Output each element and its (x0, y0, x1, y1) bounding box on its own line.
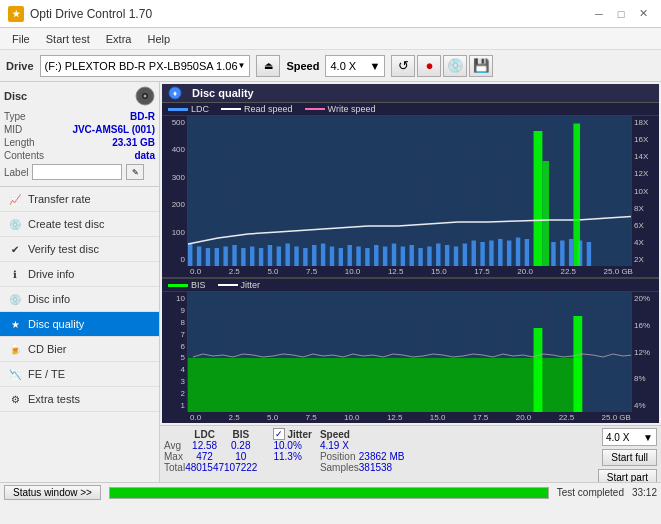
upper-yr-12x: 12X (634, 169, 657, 178)
nav-disc-quality-label: Disc quality (28, 318, 84, 330)
length-label: Length (4, 137, 35, 148)
eject-button[interactable]: ⏏ (256, 55, 280, 77)
nav-disc-info[interactable]: 💿 Disc info (0, 287, 159, 312)
nav-transfer-rate[interactable]: 📈 Transfer rate (0, 187, 159, 212)
disc-icon (135, 86, 155, 106)
contents-value: data (134, 150, 155, 161)
close-button[interactable]: ✕ (633, 6, 653, 22)
samples-label: Samples (312, 462, 359, 473)
nav-fe-te[interactable]: 📉 FE / TE (0, 362, 159, 387)
disc-action-button[interactable]: 💿 (443, 55, 467, 77)
upper-yr-8x: 8X (634, 204, 657, 213)
chart-header-icon: ♦ (168, 86, 182, 100)
nav-drive-info[interactable]: ℹ Drive info (0, 262, 159, 287)
svg-rect-38 (339, 248, 343, 266)
legend-write-speed: Write speed (305, 104, 376, 114)
stats-speed-dropdown[interactable]: 4.0 X ▼ (602, 428, 657, 446)
total-bis: 107222 (224, 462, 257, 473)
x-12.5: 12.5 (388, 267, 404, 276)
nav-cd-bier[interactable]: 🍺 CD Bier (0, 337, 159, 362)
save-button[interactable]: 💾 (469, 55, 493, 77)
upper-y-500: 500 (164, 118, 185, 127)
ldc-color (168, 108, 188, 111)
refresh-button[interactable]: ↺ (391, 55, 415, 77)
label-input[interactable] (32, 164, 122, 180)
nav-cd-bier-label: CD Bier (28, 343, 67, 355)
write-speed-color (305, 108, 325, 110)
x-25: 25.0 GB (604, 267, 633, 276)
upper-yr-2x: 2X (634, 255, 657, 264)
nav-disc-quality[interactable]: ★ Disc quality (0, 312, 159, 337)
mid-label: MID (4, 124, 22, 135)
svg-rect-33 (294, 247, 298, 267)
disc-section-title: Disc (4, 90, 27, 102)
contents-label: Contents (4, 150, 44, 161)
write-speed-label: Write speed (328, 104, 376, 114)
label-label: Label (4, 167, 28, 178)
drive-dropdown[interactable]: (F:) PLEXTOR BD-R PX-LB950SA 1.06 ▼ (40, 55, 251, 77)
x-7.5: 7.5 (306, 267, 317, 276)
svg-rect-51 (454, 247, 458, 267)
menu-extra[interactable]: Extra (98, 31, 140, 47)
jitter-checkbox[interactable]: ✓ (273, 428, 285, 440)
svg-rect-58 (498, 239, 502, 266)
samples-value: 381538 (359, 462, 405, 473)
svg-rect-48 (427, 247, 431, 267)
svg-rect-34 (303, 248, 307, 266)
speed-arrow: ▼ (370, 60, 381, 72)
nav-disc-info-label: Disc info (28, 293, 70, 305)
start-part-button[interactable]: Start part (598, 469, 657, 482)
upper-yr-10x: 10X (634, 187, 657, 196)
legend-bis: BIS (168, 280, 206, 290)
svg-rect-22 (197, 247, 201, 267)
position-label: Position (312, 451, 359, 462)
svg-rect-42 (374, 245, 378, 266)
svg-rect-63 (560, 241, 564, 267)
time-display: 33:12 (632, 487, 657, 498)
x-10: 10.0 (345, 267, 361, 276)
window-controls: ─ □ ✕ (589, 6, 653, 22)
avg-speed: 4.19 X (312, 440, 359, 451)
disc-info-icon: 💿 (8, 292, 22, 306)
transfer-rate-icon: 📈 (8, 192, 22, 206)
nav-extra-tests[interactable]: ⚙ Extra tests (0, 387, 159, 412)
stats-table: LDC BIS ✓ Jitter Speed Avg 12.58 0 (164, 428, 404, 473)
burn-button[interactable]: ● (417, 55, 441, 77)
start-full-button[interactable]: Start full (602, 449, 657, 466)
chart-title: Disc quality (192, 87, 254, 99)
svg-rect-67 (573, 124, 580, 267)
minimize-button[interactable]: ─ (589, 6, 609, 22)
svg-rect-49 (436, 244, 440, 267)
avg-bis: 0.28 (224, 440, 257, 451)
nav-verify-test-disc[interactable]: ✔ Verify test disc (0, 237, 159, 262)
upper-yr-4x: 4X (634, 238, 657, 247)
svg-rect-37 (330, 247, 334, 267)
svg-rect-28 (250, 247, 254, 267)
total-ldc: 4801547 (185, 462, 224, 473)
maximize-button[interactable]: □ (611, 6, 631, 22)
svg-rect-30 (268, 245, 272, 266)
svg-rect-27 (241, 248, 245, 266)
menu-start-test[interactable]: Start test (38, 31, 98, 47)
upper-y-100: 100 (164, 228, 185, 237)
max-row-label: Max (164, 451, 185, 462)
total-row-label: Total (164, 462, 185, 473)
svg-rect-44 (392, 244, 396, 267)
status-bar: Status window >> Test completed 33:12 (0, 482, 661, 502)
speed-dropdown[interactable]: 4.0 X ▼ (325, 55, 385, 77)
svg-rect-88 (534, 328, 543, 412)
nav-create-test-disc[interactable]: 💿 Create test disc (0, 212, 159, 237)
svg-rect-36 (321, 244, 325, 267)
label-edit-button[interactable]: ✎ (126, 164, 144, 180)
status-window-button[interactable]: Status window >> (4, 485, 101, 500)
lower-x-labels: 0.0 2.5 5.0 7.5 10.0 12.5 15.0 17.5 20.0… (162, 412, 659, 423)
menu-help[interactable]: Help (139, 31, 178, 47)
main-content: Disc Type BD-R MID JVC-AMS6L (001) Leng (0, 82, 661, 482)
svg-rect-21 (188, 244, 192, 267)
mid-value: JVC-AMS6L (001) (72, 124, 155, 135)
svg-rect-24 (215, 248, 219, 266)
extra-tests-icon: ⚙ (8, 392, 22, 406)
svg-rect-54 (542, 161, 549, 266)
svg-rect-40 (356, 247, 360, 267)
menu-file[interactable]: File (4, 31, 38, 47)
